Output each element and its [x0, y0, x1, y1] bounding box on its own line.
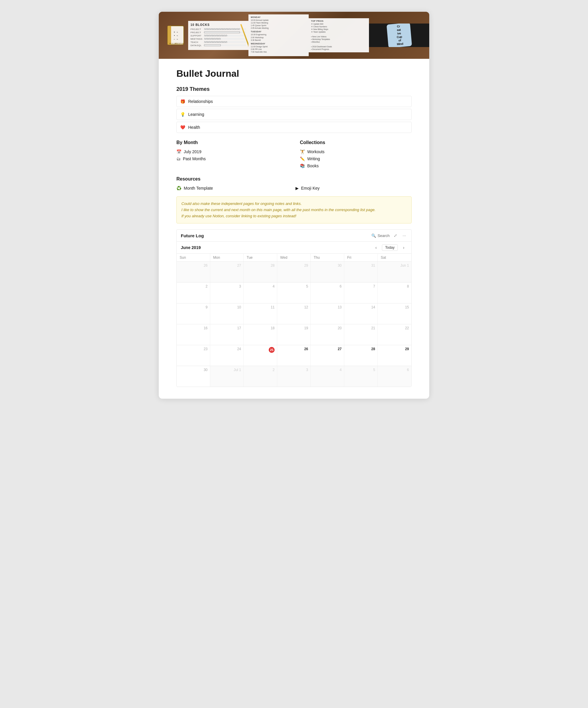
panel-row-5: Teach	[190, 41, 246, 43]
next-month-btn[interactable]: ›	[400, 244, 407, 251]
calendar-cell[interactable]: 5	[344, 366, 378, 387]
calendar-cell[interactable]: 24	[210, 345, 244, 366]
calendar-cell[interactable]: 5	[277, 283, 311, 303]
calendar-cell[interactable]: 28	[244, 262, 277, 282]
today-btn[interactable]: Today	[382, 244, 398, 251]
cell-date: 21	[347, 326, 375, 330]
calendar-cell[interactable]: 10	[210, 303, 244, 324]
more-options-icon[interactable]: ···	[401, 233, 407, 238]
cell-date: 7	[347, 284, 375, 289]
calendar-cell[interactable]: Jun 1	[378, 262, 411, 282]
info-box: Could also make these independent pages …	[176, 197, 412, 224]
cell-date: 6	[380, 368, 409, 372]
future-log-title: Future Log	[181, 233, 204, 238]
priority-item: ✕ New Billing Steps	[311, 28, 366, 31]
calendar-cell[interactable]: 30	[177, 366, 210, 387]
cell-date: 29	[380, 347, 409, 351]
calendar-cell[interactable]: 14	[344, 303, 378, 324]
calendar-cell[interactable]: 11	[244, 303, 277, 324]
past-months-link[interactable]: 🗂 Past Months	[176, 155, 288, 162]
cell-date: 10	[212, 305, 241, 309]
calendar-cell[interactable]: 7	[344, 283, 378, 303]
day-item: 7:00 Nashville Hist.	[251, 51, 306, 53]
bar-container	[204, 35, 246, 36]
calendar-cell[interactable]: 9	[177, 303, 210, 324]
calendar-cell[interactable]: 27	[311, 345, 344, 366]
calendar-cell[interactable]: 18	[244, 324, 277, 345]
books-link[interactable]: 📚 Books	[300, 162, 412, 169]
theme-emoji-3: ❤️	[180, 125, 185, 130]
calendar-cell[interactable]: 16	[177, 324, 210, 345]
calendar-cell[interactable]: 28	[344, 345, 378, 366]
header-image: × → • → − → BULLET JOURNAL 10 Blocks Pro…	[159, 12, 429, 59]
cell-date: 5	[280, 284, 308, 289]
calendar-cell[interactable]: 15	[378, 303, 411, 324]
july-2019-link[interactable]: 📅 July 2019	[176, 148, 288, 155]
calendar-cell[interactable]: 22	[378, 324, 411, 345]
cell-date: 3	[280, 368, 308, 372]
calendar-cell[interactable]: 27	[210, 262, 244, 282]
calendar-cell[interactable]: 13	[311, 303, 344, 324]
calendar-cell[interactable]: 21	[344, 324, 378, 345]
day-header-mon: Mon	[210, 254, 244, 261]
calendar-cell[interactable]: 26	[277, 345, 311, 366]
expand-icon[interactable]: ⤢	[392, 233, 399, 238]
calendar-cell[interactable]: 19	[277, 324, 311, 345]
row-label: Data/SQL	[190, 45, 203, 47]
calendar-cell[interactable]: 29	[277, 262, 311, 282]
calendar-cell[interactable]: 17	[210, 324, 244, 345]
calendar-cell[interactable]: 8	[378, 283, 411, 303]
header-panel-laptop: CreativeCupofMind	[369, 24, 429, 47]
calendar-cell[interactable]: 6	[311, 283, 344, 303]
past-months-label: Past Months	[183, 156, 206, 161]
calendar-search-btn[interactable]: 🔍 Search	[371, 233, 389, 238]
day-header-sat: Sat	[378, 254, 411, 261]
prev-month-btn[interactable]: ‹	[373, 244, 380, 251]
calendar-cell[interactable]: Jul 1	[210, 366, 244, 387]
calendar-actions: 🔍 Search ⤢ ···	[371, 233, 407, 238]
calendar-cell[interactable]: 20	[311, 324, 344, 345]
cell-date: 26	[280, 347, 308, 351]
calendar-cell[interactable]: 4	[311, 366, 344, 387]
bar	[204, 35, 227, 36]
priority-item: • New Live Videos	[311, 35, 366, 38]
calendar-week-5: 23 24 25 26 27 28 29	[177, 345, 411, 366]
cell-date: 19	[280, 326, 308, 330]
emoji-key-link[interactable]: ▶ Emoji Key	[295, 185, 412, 192]
calendar-cell[interactable]: 2	[244, 366, 277, 387]
month-template-link[interactable]: ♻️ Month Template	[176, 185, 293, 192]
bar-container	[204, 31, 246, 33]
calendar-cell[interactable]: 29	[378, 345, 411, 366]
writing-link[interactable]: ✏️ Writing	[300, 155, 412, 162]
theme-item-relationships[interactable]: 🎁 Relationships	[176, 96, 412, 107]
calendar-cell[interactable]: 3	[210, 283, 244, 303]
calendar-cell[interactable]: 23	[177, 345, 210, 366]
calendar-cell[interactable]: 2	[177, 283, 210, 303]
day-header-fri: Fri	[344, 254, 378, 261]
svg-text:•  →: • →	[174, 34, 178, 37]
writing-icon: ✏️	[300, 156, 305, 161]
cell-date: 8	[380, 284, 409, 289]
day-header-sun: Sun	[177, 254, 210, 261]
calendar-grid: Sun Mon Tue Wed Thu Fri Sat 26 27 28 29 …	[177, 254, 411, 387]
priority-item: ✕ Check Numbers	[311, 25, 366, 28]
calendar-cell[interactable]: 31	[344, 262, 378, 282]
priority-item: • 2018 Dashboard Goals	[311, 45, 366, 48]
calendar-cell[interactable]: 3	[277, 366, 311, 387]
july-icon: 📅	[176, 149, 181, 154]
calendar-cell[interactable]: 6	[378, 366, 411, 387]
theme-item-learning[interactable]: 💡 Learning	[176, 109, 412, 120]
calendar-cell[interactable]: 26	[177, 262, 210, 282]
workouts-link[interactable]: 🏋 Workouts	[300, 148, 412, 155]
priority-item: • Document Progress	[311, 48, 366, 51]
calendar-cell[interactable]: 4	[244, 283, 277, 303]
bar	[204, 28, 240, 30]
calendar-cell-today[interactable]: 25	[244, 345, 277, 366]
cell-date: 6	[313, 284, 342, 289]
calendar-cell[interactable]: 12	[277, 303, 311, 324]
july-label: July 2019	[184, 149, 201, 154]
calendar-cell[interactable]: 30	[311, 262, 344, 282]
cell-date: Jul 1	[212, 368, 241, 372]
header-logo: × → • → − → BULLET JOURNAL	[165, 24, 188, 47]
theme-item-health[interactable]: ❤️ Health	[176, 122, 412, 133]
